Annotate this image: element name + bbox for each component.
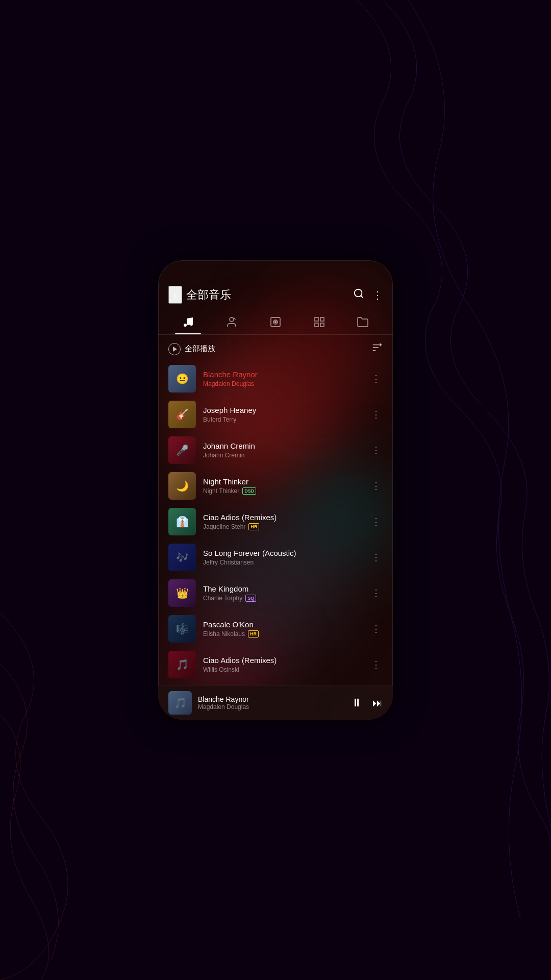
- tab-music[interactable]: [166, 312, 210, 334]
- thumb-visual: 🎤: [168, 436, 196, 464]
- now-playing-thumbnail: 🎵: [168, 691, 192, 715]
- now-playing-controls: ⏸ ⏭: [351, 696, 383, 709]
- next-button[interactable]: ⏭: [372, 697, 383, 709]
- song-more-button[interactable]: ⋮: [369, 655, 383, 674]
- thumb-visual: 🎵: [168, 651, 196, 678]
- tab-artist[interactable]: [210, 312, 254, 334]
- song-thumbnail: 🎼: [168, 615, 196, 643]
- song-item[interactable]: 🎶 So Long Forever (Acoustic) Jeffry Chri…: [158, 540, 393, 575]
- play-circle-icon: [168, 343, 181, 355]
- song-more-button[interactable]: ⋮: [369, 583, 383, 603]
- song-more-button[interactable]: ⋮: [369, 476, 383, 496]
- header-icons: ⋮: [353, 288, 383, 302]
- svg-point-3: [230, 317, 234, 322]
- quality-badge: SQ: [245, 595, 256, 602]
- now-playing-bar[interactable]: 🎵 Blanche Raynor Magdalen Douglas ⏸ ⏭: [158, 685, 393, 720]
- now-playing-title: Blanche Raynor: [198, 695, 345, 703]
- song-item[interactable]: 🌙 Night Thinker Night Thinker DSD ⋮: [158, 468, 393, 504]
- play-all-button[interactable]: 全部播放: [168, 343, 366, 355]
- search-icon[interactable]: [353, 288, 364, 302]
- song-item[interactable]: 👑 The Kingdom Charlie Torphy SQ ⋮: [158, 575, 393, 611]
- song-meta: Night Thinker DSD: [203, 487, 362, 495]
- svg-point-1: [184, 324, 187, 327]
- page-title: 全部音乐: [186, 287, 349, 303]
- svg-rect-7: [315, 317, 318, 321]
- now-playing-artist: Magdalen Douglas: [198, 703, 345, 710]
- svg-point-6: [274, 322, 276, 323]
- song-thumbnail: 🌙: [168, 472, 196, 500]
- song-meta: Johann Cremin: [203, 452, 362, 459]
- play-triangle: [173, 347, 177, 352]
- song-more-button[interactable]: ⋮: [369, 512, 383, 531]
- svg-point-0: [355, 289, 362, 297]
- song-info: Blanche Raynor Magdalen Douglas: [203, 370, 362, 387]
- song-info: Johann Cremin Johann Cremin: [203, 442, 362, 459]
- pause-button[interactable]: ⏸: [351, 696, 362, 709]
- tab-album[interactable]: [254, 312, 297, 334]
- svg-rect-9: [320, 323, 324, 327]
- thumb-visual: 🎸: [168, 401, 196, 428]
- song-title: Ciao Adios (Remixes): [203, 656, 362, 665]
- song-item[interactable]: 😐 Blanche Raynor Magdalen Douglas ⋮: [158, 361, 393, 397]
- song-info: Joseph Heaney Buford Terry: [203, 406, 362, 423]
- song-artist: Jeffry Christiansen: [203, 559, 254, 566]
- thumb-visual: 🎼: [168, 615, 196, 643]
- song-title: Joseph Heaney: [203, 406, 362, 414]
- song-item[interactable]: 🎤 Johann Cremin Johann Cremin ⋮: [158, 432, 393, 468]
- tab-bar: [158, 312, 393, 335]
- song-info: Night Thinker Night Thinker DSD: [203, 477, 362, 495]
- song-more-button[interactable]: ⋮: [369, 619, 383, 639]
- song-info: The Kingdom Charlie Torphy SQ: [203, 584, 362, 602]
- svg-rect-8: [320, 317, 324, 321]
- song-meta: Willis Osinski: [203, 666, 362, 673]
- song-item[interactable]: 👔 Ciao Adios (Remixes) Jaqueline Stehr H…: [158, 504, 393, 540]
- more-options-icon[interactable]: ⋮: [372, 289, 383, 301]
- song-meta: Elisha Nikolaus HR: [203, 630, 362, 638]
- song-meta: Jeffry Christiansen: [203, 559, 362, 566]
- song-meta: Charlie Torphy SQ: [203, 595, 362, 602]
- song-artist: Johann Cremin: [203, 452, 244, 459]
- header: ‹ 全部音乐 ⋮: [158, 260, 393, 312]
- song-title: Johann Cremin: [203, 442, 362, 450]
- song-thumbnail: 🎸: [168, 401, 196, 428]
- svg-point-2: [190, 323, 193, 326]
- song-more-button[interactable]: ⋮: [369, 369, 383, 388]
- song-meta: Buford Terry: [203, 416, 362, 423]
- phone-frame: ‹ 全部音乐 ⋮: [158, 260, 393, 720]
- song-artist: Jaqueline Stehr: [203, 523, 245, 530]
- tab-folder[interactable]: [341, 312, 385, 334]
- song-artist: Willis Osinski: [203, 666, 239, 673]
- song-thumbnail: 😐: [168, 365, 196, 393]
- play-all-label: 全部播放: [185, 344, 215, 354]
- song-meta: Magdalen Douglas: [203, 380, 362, 387]
- screen-content: ‹ 全部音乐 ⋮: [158, 260, 393, 720]
- quality-badge: HR: [248, 523, 259, 530]
- song-artist: Magdalen Douglas: [203, 380, 254, 387]
- back-button[interactable]: ‹: [168, 286, 182, 304]
- thumb-visual: 🎶: [168, 544, 196, 571]
- song-title: Night Thinker: [203, 477, 362, 486]
- song-item[interactable]: 🎸 Joseph Heaney Buford Terry ⋮: [158, 397, 393, 432]
- play-all-row: 全部播放: [158, 337, 393, 361]
- song-title: Pascale O'Kon: [203, 620, 362, 629]
- song-title: The Kingdom: [203, 584, 362, 593]
- now-playing-info: Blanche Raynor Magdalen Douglas: [198, 695, 345, 710]
- song-info: Ciao Adios (Remixes) Jaqueline Stehr HR: [203, 513, 362, 530]
- tab-playlist[interactable]: [297, 312, 341, 334]
- song-title: Blanche Raynor: [203, 370, 362, 379]
- song-artist: Elisha Nikolaus: [203, 630, 245, 638]
- song-more-button[interactable]: ⋮: [369, 440, 383, 460]
- song-item[interactable]: 🎵 Ciao Adios (Remixes) Willis Osinski ⋮: [158, 647, 393, 682]
- sort-icon[interactable]: [371, 342, 383, 356]
- song-meta: Jaqueline Stehr HR: [203, 523, 362, 530]
- song-more-button[interactable]: ⋮: [369, 405, 383, 424]
- song-info: Ciao Adios (Remixes) Willis Osinski: [203, 656, 362, 673]
- song-more-button[interactable]: ⋮: [369, 548, 383, 567]
- song-artist: Night Thinker: [203, 487, 239, 495]
- quality-badge: HR: [248, 630, 259, 638]
- song-list: 😐 Blanche Raynor Magdalen Douglas ⋮ 🎸 Jo…: [158, 361, 393, 685]
- quality-badge: DSD: [242, 487, 256, 495]
- song-item[interactable]: 🎼 Pascale O'Kon Elisha Nikolaus HR ⋮: [158, 611, 393, 647]
- thumb-visual: 🌙: [168, 472, 196, 500]
- song-artist: Buford Terry: [203, 416, 236, 423]
